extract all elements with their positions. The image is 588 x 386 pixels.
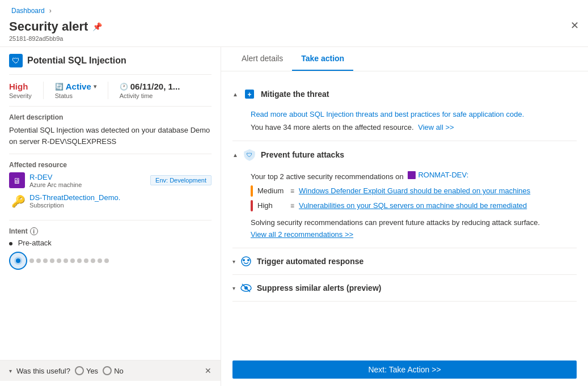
alert-description-title: Alert description	[9, 113, 211, 121]
top-recs-text: Your top 2 active security recommendatio…	[251, 171, 577, 181]
severity-label: Severity	[9, 92, 32, 99]
severity-bar-medium	[251, 185, 253, 197]
resource-info-1: DS-ThreatDetection_Demo. Subscription	[29, 193, 211, 209]
resource-icon-1: 🔑	[9, 193, 25, 209]
suppress-title: Suppress similar alerts (preview)	[257, 283, 381, 292]
resource-type-1: Subscription	[29, 202, 211, 209]
kill-chain-active-node	[9, 252, 27, 270]
intent-info-icon: i	[30, 227, 38, 235]
breadcrumb-link[interactable]: Dashboard	[11, 7, 45, 15]
severity-bar-high	[251, 200, 253, 211]
kc-dot-2	[36, 258, 41, 263]
close-icon[interactable]: ✕	[570, 19, 579, 32]
mitigate-icon: +	[243, 87, 256, 101]
rec-item-0: Medium ≡ Windows Defender Exploit Guard …	[251, 185, 577, 197]
resource-name-0[interactable]: R-DEV	[29, 173, 146, 181]
right-content: ▲ + Mitigate the threat Read more about …	[221, 71, 588, 351]
env-badge-0: Env: Development	[150, 175, 211, 185]
affected-resource-section: Affected resource 🖥 R-DEV Azure Arc mach…	[9, 154, 211, 220]
accordion-body-mitigate: Read more about SQL Injection threats an…	[232, 108, 577, 141]
kc-dot-10	[91, 258, 95, 263]
severity-high-label: High	[257, 201, 286, 210]
view-all-alerts-link[interactable]: View all >>	[418, 123, 454, 132]
title-group: Security alert 📌 25181-892ad5bb9a	[9, 19, 570, 42]
automate-title: Trigger automated response	[257, 257, 363, 266]
breadcrumb: Dashboard ›	[0, 0, 588, 17]
rec-list-icon-0: ≡	[290, 187, 294, 195]
feedback-label: Was this useful?	[16, 367, 70, 375]
kc-dot-7	[70, 258, 75, 263]
kill-chain	[9, 252, 211, 270]
tab-alert-details[interactable]: Alert details	[232, 47, 292, 71]
intent-section: Intent i Pre-attack	[9, 220, 211, 277]
feedback-no-option[interactable]: No	[103, 366, 124, 375]
prevent-chevron: ▲	[232, 152, 238, 158]
status-label: Status	[55, 92, 96, 99]
sql-injection-link[interactable]: Read more about SQL Injection threats an…	[251, 110, 524, 118]
intent-title: Intent i	[9, 227, 211, 235]
alert-main-title: Potential SQL Injection	[27, 56, 126, 66]
right-panel: Alert details Take action ▲ + Mitigate t…	[221, 47, 588, 386]
svg-text:🔑: 🔑	[11, 194, 25, 208]
mitigate-title: Mitigate the threat	[261, 90, 329, 99]
page-subtitle: 25181-892ad5bb9a	[9, 35, 570, 42]
svg-text:+: +	[247, 91, 251, 99]
prevent-icon: 🛡	[243, 148, 256, 162]
kc-dot-6	[64, 258, 68, 263]
alert-shield-icon: 🛡	[9, 54, 23, 67]
activity-value: 🕐 06/11/20, 1...	[120, 82, 180, 91]
tabs-row: Alert details Take action	[221, 47, 588, 71]
feedback-no-radio[interactable]	[103, 366, 112, 375]
page-header: Security alert 📌 25181-892ad5bb9a ✕	[0, 17, 588, 47]
accordion-header-prevent[interactable]: ▲ 🛡 Prevent future attacks	[232, 141, 577, 168]
kc-dot-4	[50, 258, 54, 263]
resource-inline: RONMAT-DEV:	[408, 171, 468, 179]
svg-text:🛡: 🛡	[247, 152, 252, 158]
rec-list-icon-1: ≡	[290, 202, 294, 210]
next-button[interactable]: Next: Take Action >>	[232, 360, 577, 379]
intent-value: Pre-attack	[9, 239, 211, 247]
feedback-yes-option[interactable]: Yes	[75, 366, 98, 375]
accordion-automate[interactable]: ▾ Trigger automated response	[232, 248, 577, 275]
resource-type-0: Azure Arc machine	[29, 181, 146, 188]
meta-row: High Severity 🔄 Active ▾ Status 🕐 06/11/…	[9, 75, 211, 107]
suppress-icon	[240, 282, 252, 294]
resource-item-0: 🖥 R-DEV Azure Arc machine Env: Developme…	[9, 172, 211, 188]
alert-description-section: Alert description Potential SQL Injectio…	[9, 107, 211, 154]
accordion-header-mitigate[interactable]: ▲ + Mitigate the threat	[232, 80, 577, 108]
rec-link-1[interactable]: Vulnerabilities on your SQL servers on m…	[299, 201, 527, 210]
suppress-chevron: ▾	[232, 285, 235, 291]
severity-medium-label: Medium	[257, 186, 286, 195]
accordion-mitigate: ▲ + Mitigate the threat Read more about …	[232, 80, 577, 141]
status-chevron[interactable]: ▾	[94, 83, 96, 90]
spinner-icon: 🔄	[55, 83, 64, 91]
page-title-row: Security alert 📌	[9, 19, 570, 34]
affected-resource-title: Affected resource	[9, 161, 211, 169]
breadcrumb-separator: ›	[49, 7, 52, 15]
automate-chevron: ▾	[232, 258, 235, 265]
feedback-close-icon[interactable]: ✕	[205, 366, 211, 375]
severity-meta: High Severity	[9, 82, 44, 99]
rec-item-1: High ≡ Vulnerabilities on your SQL serve…	[251, 200, 577, 211]
left-panel: 🛡 Potential SQL Injection High Severity …	[0, 47, 221, 386]
automate-icon	[240, 255, 252, 268]
tab-take-action[interactable]: Take action	[292, 47, 353, 71]
resource-name-1[interactable]: DS-ThreatDetection_Demo.	[29, 193, 211, 202]
alert-description-content: Potential SQL Injection was detected on …	[9, 125, 211, 147]
kc-dot-11	[98, 258, 102, 263]
resource-info-0: R-DEV Azure Arc machine	[29, 173, 146, 188]
accordion-body-prevent: Your top 2 active security recommendatio…	[232, 168, 577, 248]
status-value: 🔄 Active ▾	[55, 82, 96, 91]
rec-link-0[interactable]: Windows Defender Exploit Guard should be…	[299, 186, 530, 195]
main-container: 🛡 Potential SQL Injection High Severity …	[0, 47, 588, 386]
view-all-recs-link[interactable]: View all 2 recommendations >>	[251, 230, 353, 239]
svg-text:🖥: 🖥	[13, 176, 21, 185]
accordion-suppress[interactable]: ▾ Suppress similar alerts (preview)	[232, 275, 577, 302]
mitigate-chevron: ▲	[232, 91, 238, 97]
feedback-yes-radio[interactable]	[75, 366, 84, 375]
prevention-text: Solving security recommendations can pre…	[251, 217, 577, 228]
pin-icon[interactable]: 📌	[92, 22, 102, 31]
svg-rect-8	[408, 171, 416, 179]
kc-dot-12	[104, 258, 109, 263]
clock-icon: 🕐	[120, 83, 128, 91]
